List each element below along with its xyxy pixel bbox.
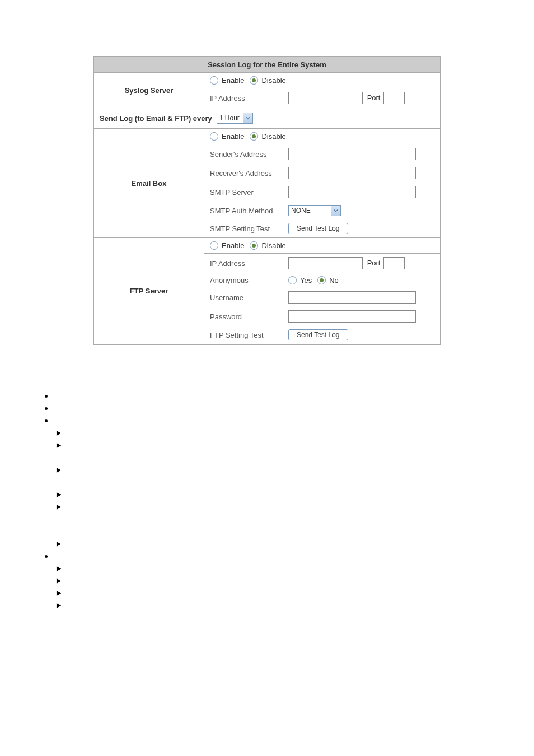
arrow-icon — [56, 541, 62, 547]
ftp-disable-radio[interactable]: Disable — [250, 241, 285, 250]
smtp-auth-select[interactable]: NONE — [288, 205, 341, 216]
arrow-icon — [56, 566, 62, 572]
arrow-icon — [56, 430, 62, 436]
ftp-anon-label: Anonymous — [210, 276, 288, 284]
ftp-port-input[interactable] — [383, 257, 405, 269]
email-receiver-input[interactable] — [288, 167, 416, 179]
syslog-port-label: Port — [367, 94, 381, 102]
arrow-icon — [56, 578, 62, 584]
email-receiver-label: Receiver's Address — [210, 169, 288, 178]
email-label: Email Box — [94, 129, 204, 238]
email-disable-radio[interactable]: Disable — [250, 132, 285, 141]
email-test-button[interactable]: Send Test Log — [288, 223, 348, 234]
bullet-icon — [45, 419, 48, 422]
ftp-test-button[interactable]: Send Test Log — [288, 329, 348, 340]
syslog-ip-label: IP Address — [210, 94, 288, 102]
arrow-icon — [56, 603, 62, 609]
bullet-icon — [45, 395, 48, 398]
ftp-user-input[interactable] — [288, 291, 416, 304]
email-sender-input[interactable] — [288, 148, 416, 160]
syslog-disable-radio[interactable]: Disable — [250, 76, 285, 85]
ftp-pass-label: Password — [210, 312, 288, 321]
ftp-anon-yes-radio[interactable]: Yes — [288, 276, 312, 284]
syslog-enable-radio[interactable]: Enable — [210, 76, 244, 85]
smtp-server-input[interactable] — [288, 186, 416, 198]
smtp-auth-label: SMTP Auth Method — [210, 207, 288, 215]
arrow-icon — [56, 590, 62, 596]
syslog-label: Syslog Server — [94, 73, 204, 108]
arrow-icon — [56, 442, 62, 449]
ftp-label: FTP Server — [94, 238, 204, 344]
sendlog-label: Send Log (to Email & FTP) every — [100, 114, 212, 123]
bullet-icon — [45, 407, 48, 410]
email-enable-radio[interactable]: Enable — [210, 132, 244, 141]
email-sender-label: Sender's Address — [210, 150, 288, 158]
sendlog-interval-select[interactable]: 1 Hour — [217, 113, 253, 124]
arrow-icon — [56, 504, 62, 510]
ftp-user-label: Username — [210, 293, 288, 302]
ftp-port-label: Port — [367, 259, 381, 267]
ftp-enable-radio[interactable]: Enable — [210, 241, 244, 250]
ftp-ip-input[interactable] — [288, 257, 363, 269]
ftp-anon-no-radio[interactable]: No — [317, 276, 339, 284]
chevron-down-icon — [331, 206, 340, 216]
bullet-icon — [45, 555, 48, 558]
chevron-down-icon — [243, 113, 252, 123]
arrow-icon — [56, 492, 62, 498]
ftp-ip-label: IP Address — [210, 259, 288, 268]
syslog-port-input[interactable] — [383, 92, 405, 104]
smtp-test-label: SMTP Setting Test — [210, 225, 288, 233]
arrow-icon — [56, 467, 62, 473]
ftp-test-label: FTP Setting Test — [210, 331, 288, 339]
section-title: Session Log for the Entire System — [94, 57, 441, 73]
ftp-pass-input[interactable] — [288, 310, 416, 323]
syslog-ip-input[interactable] — [288, 92, 363, 104]
smtp-server-label: SMTP Server — [210, 188, 288, 197]
